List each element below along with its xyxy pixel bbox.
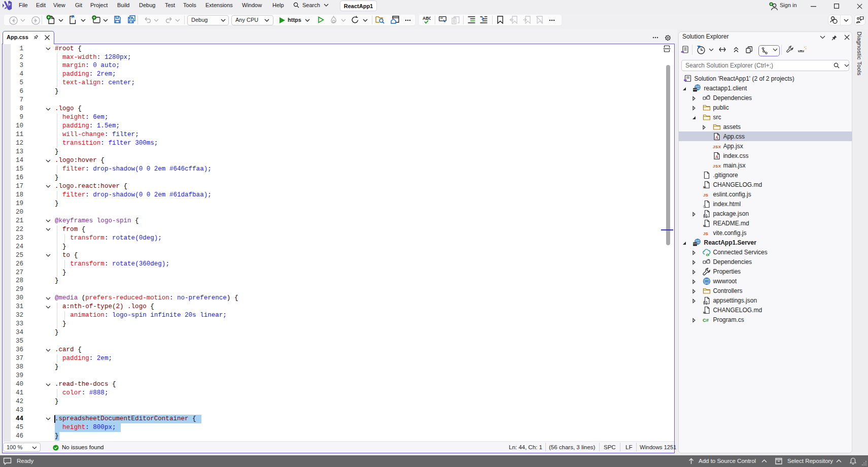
svg-text:{·}: {·} bbox=[703, 213, 707, 218]
svg-text:C#: C# bbox=[703, 317, 709, 323]
svg-text:A: A bbox=[715, 154, 718, 159]
svg-text:〈〉: 〈〉 bbox=[703, 205, 706, 208]
svg-text:M↓: M↓ bbox=[703, 311, 707, 314]
svg-text:A: A bbox=[715, 135, 718, 140]
svg-text:ABC: ABC bbox=[423, 16, 431, 21]
svg-text:{·}: {·} bbox=[703, 300, 707, 305]
svg-text:JS: JS bbox=[703, 193, 708, 197]
svg-text:2: 2 bbox=[481, 16, 484, 21]
svg-text:JSX: JSX bbox=[713, 164, 721, 169]
svg-text:JS: JS bbox=[703, 231, 708, 236]
svg-text:M↓: M↓ bbox=[703, 186, 707, 189]
svg-text:JSX: JSX bbox=[713, 145, 721, 149]
svg-text:M↓: M↓ bbox=[703, 224, 707, 227]
